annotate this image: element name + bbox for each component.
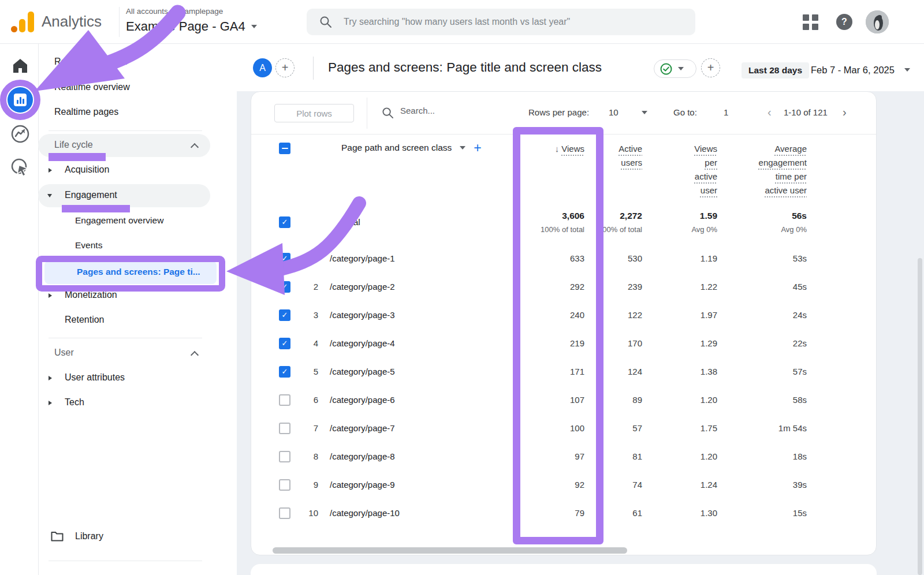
sidebar-item-engagement-pill[interactable] [38,184,210,207]
vpau-cell: 1.29 [642,338,717,348]
total-vpau-sub: Avg 0% [642,225,717,234]
next-page-icon[interactable]: › [843,106,847,119]
select-all-checkbox[interactable] [279,143,290,154]
views-cell: 240 [515,310,584,320]
row-checkbox[interactable] [279,253,290,264]
row-checkbox[interactable] [279,423,290,434]
vpau-cell: 1.20 [642,395,717,405]
search-icon[interactable] [382,107,394,121]
sidebar-item-events[interactable]: Events [75,240,102,251]
sidebar-item-monetization[interactable]: Monetization [65,290,117,300]
views-cell: 100 [515,423,584,433]
expand-arrow-icon[interactable] [49,401,52,405]
table-row: 10/category/page-1079611.3015s [251,499,876,527]
add-report-button[interactable]: + [275,58,295,77]
sidebar-section-life-cycle-label[interactable]: Life cycle [54,140,93,150]
chevron-up-icon[interactable] [191,351,199,359]
collapse-arrow-icon[interactable] [47,194,52,197]
help-icon[interactable]: ? [836,14,852,30]
total-avg-engagement-sub: Avg 0% [717,225,807,234]
sidebar-item-pages-and-screens[interactable]: Pages and screens: Page ti... [77,267,200,277]
report-status-selector[interactable] [654,59,696,78]
rows-per-page-value[interactable]: 10 [609,107,619,117]
sidebar-item-user-attributes[interactable]: User attributes [65,372,125,383]
table-row: 9/category/page-992741.2439s [251,471,876,499]
column-header-views-per-active-user[interactable]: Views per active user [642,142,717,197]
row-checkbox[interactable] [279,479,290,491]
property-name: Example Page - GA4 [126,19,245,34]
row-index: 1 [295,253,318,263]
property-selector[interactable]: Example Page - GA4 [126,19,257,34]
divider [313,57,314,80]
advertising-nav-icon[interactable] [10,124,30,146]
avg-engagement-cell: 57s [717,367,807,376]
dimension-header[interactable]: Page path and screen class [341,143,452,153]
active-users-cell: 89 [584,395,642,405]
row-index: 2 [295,282,318,292]
divider [49,130,202,131]
row-checkbox[interactable] [279,281,290,293]
table-search-input[interactable] [400,106,493,115]
vpau-cell: 1.24 [642,480,717,490]
date-range[interactable]: Feb 7 - Mar 6, 2025 [811,65,895,76]
add-comparison-button[interactable]: + [701,58,720,77]
reports-nav-icon[interactable] [8,87,33,113]
sidebar-item-reports-snapshot[interactable]: Reports snapshot [54,57,126,67]
row-checkbox[interactable] [279,394,290,406]
column-header-active-users[interactable]: Active users [584,142,642,170]
row-checkbox[interactable] [279,338,290,349]
page-path-cell: /category/page-4 [330,338,515,348]
total-checkbox[interactable] [279,216,290,228]
explore-nav-icon[interactable] [10,158,30,180]
sidebar-section-user-label[interactable]: User [54,348,74,358]
sidebar-item-engagement[interactable]: Engagement [65,190,117,200]
row-checkbox[interactable] [279,451,290,462]
avatar[interactable] [866,10,889,33]
report-title: Pages and screens: Page title and screen… [328,60,602,75]
sidebar-item-realtime-pages[interactable]: Realtime pages [54,107,118,117]
views-cell: 171 [515,367,584,376]
row-checkbox[interactable] [279,366,290,378]
global-search-input[interactable] [344,17,695,27]
sidebar-item-library[interactable]: Library [75,531,103,542]
go-to-value[interactable]: 1 [724,107,728,117]
vertical-scrollbar[interactable] [918,258,922,575]
sidebar-item-retention[interactable]: Retention [65,315,105,325]
breadcrumb-root[interactable]: All accounts [126,7,168,16]
global-search[interactable] [307,9,695,35]
previous-page-icon[interactable]: ‹ [767,106,772,119]
column-header-views[interactable]: ↓Views [515,142,584,156]
avg-engagement-cell: 22s [717,338,807,348]
date-preset-chip[interactable]: Last 28 days [742,62,809,79]
vpau-cell: 1.97 [642,310,717,320]
chevron-down-icon[interactable] [460,146,465,150]
expand-arrow-icon[interactable] [49,168,52,173]
plot-rows-button[interactable]: Plot rows [274,104,354,122]
avg-engagement-cell: 58s [717,395,807,405]
row-checkbox[interactable] [279,309,290,321]
chevron-down-icon[interactable] [904,68,910,72]
home-icon[interactable] [12,58,28,76]
breadcrumb[interactable]: All accounts›examplepage [126,7,223,16]
expand-arrow-icon[interactable] [49,293,52,298]
chevron-down-icon[interactable] [642,111,647,114]
workspace-badge[interactable]: A [253,58,272,77]
sidebar-item-engagement-overview[interactable]: Engagement overview [75,215,163,226]
active-users-cell: 239 [584,282,642,292]
column-header-avg-engagement-time[interactable]: Average engagement time per active user [717,142,807,197]
total-label: Total [341,217,515,227]
sidebar-item-realtime-overview[interactable]: Realtime overview [54,82,130,92]
row-checkbox[interactable] [279,507,290,519]
horizontal-scrollbar[interactable] [273,547,627,554]
expand-arrow-icon[interactable] [49,376,52,380]
active-users-cell: 74 [584,480,642,490]
page-path-cell: /category/page-9 [330,480,515,490]
sidebar-item-acquisition[interactable]: Acquisition [65,165,109,175]
views-cell: 79 [515,508,584,518]
breadcrumb-account[interactable]: examplepage [176,7,223,16]
apps-grid-icon[interactable] [803,14,819,31]
sidebar-item-tech[interactable]: Tech [65,397,84,408]
views-cell: 92 [515,480,584,490]
add-dimension-icon[interactable]: + [474,142,481,154]
chevron-right-icon: › [171,7,173,16]
